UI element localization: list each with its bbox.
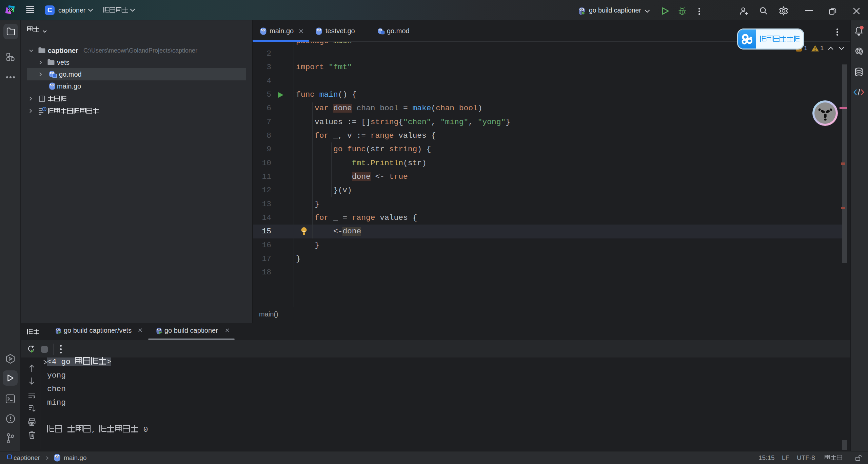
svg-text:GO: GO bbox=[8, 8, 13, 11]
